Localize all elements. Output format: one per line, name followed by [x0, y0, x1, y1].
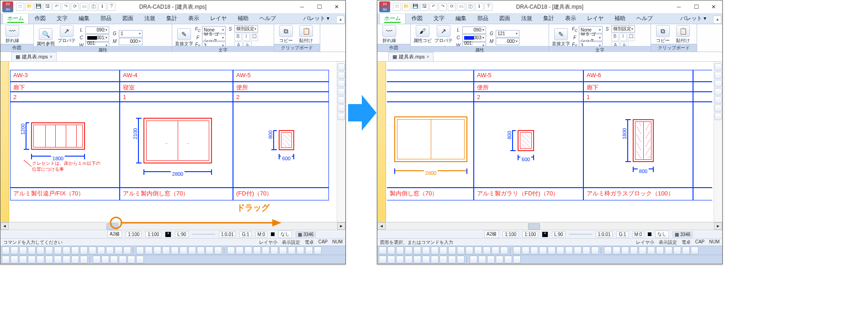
btool[interactable] — [153, 247, 161, 254]
status-seg[interactable]: 1:0.01 — [596, 231, 613, 237]
btool[interactable] — [188, 247, 196, 254]
btool[interactable] — [71, 247, 79, 254]
direct-text-button[interactable]: ✎直接文字 — [175, 28, 193, 47]
btool[interactable] — [556, 247, 564, 254]
bold-icon[interactable]: B — [611, 33, 619, 41]
horizontal-scrollbar[interactable]: ◄ ► — [377, 222, 722, 230]
btool[interactable] — [262, 247, 270, 254]
btool[interactable] — [28, 247, 36, 254]
btool[interactable] — [37, 256, 44, 263]
status-seg[interactable]: 1:0.01 — [219, 231, 236, 237]
scroll-left-icon[interactable]: ◄ — [0, 222, 9, 230]
ribbon-tab-parts[interactable]: 部品 — [95, 13, 116, 24]
horizontal-scrollbar[interactable]: ◄ ► — [0, 222, 345, 230]
btool[interactable] — [548, 247, 556, 254]
ribbon-tab-text[interactable]: 文字 — [429, 13, 450, 24]
q-open-icon[interactable]: 📁 — [402, 3, 410, 11]
btool[interactable] — [466, 247, 473, 254]
btool[interactable] — [2, 256, 10, 263]
ribbon-tab-sum[interactable]: 集計 — [538, 13, 559, 24]
status-seg[interactable]: A2横 — [484, 231, 499, 238]
btool[interactable] — [145, 247, 153, 254]
paste-button[interactable]: 📋貼付け — [297, 25, 315, 44]
doc-close-icon[interactable]: × — [50, 54, 53, 59]
btool[interactable] — [574, 247, 582, 254]
font-family-dropdown[interactable]: ＭＳ ゴシック▾ — [579, 34, 603, 41]
btool[interactable] — [413, 256, 421, 263]
btool[interactable] — [431, 247, 439, 254]
ribbon-collapse-icon[interactable]: ▴ — [336, 16, 344, 24]
polyline-button[interactable]: 〰折れ線 — [380, 25, 398, 44]
btool[interactable] — [45, 247, 53, 254]
command-prompt[interactable]: コマンドを入力してください — [3, 239, 63, 246]
status-count[interactable]: ▦ 3346 — [672, 231, 693, 237]
btool[interactable] — [288, 247, 296, 254]
btool[interactable] — [387, 256, 395, 263]
material-dropdown[interactable]: 000:▾ — [496, 38, 519, 45]
btool[interactable] — [270, 247, 278, 254]
btool[interactable] — [422, 256, 430, 263]
direct-text-button[interactable]: ✎直接文字 — [552, 28, 570, 47]
btool[interactable] — [305, 247, 313, 254]
side-tool[interactable] — [715, 88, 722, 95]
maximize-button[interactable]: ☐ — [311, 0, 328, 13]
material-dropdown[interactable]: 000:▾ — [119, 38, 143, 45]
btool[interactable] — [405, 256, 413, 263]
canvas[interactable]: AW-3 AW-4 AW-5 廊下 寝室 便所 2 1 2 — [9, 62, 345, 222]
ribbon-tab-view[interactable]: 表示 — [183, 13, 204, 24]
btool[interactable] — [45, 256, 53, 263]
q-undo-icon[interactable]: ↶ — [53, 3, 61, 11]
side-tool[interactable] — [338, 96, 345, 104]
q-select-icon[interactable]: ◫ — [466, 3, 474, 11]
btool[interactable] — [448, 256, 456, 263]
btool[interactable] — [97, 247, 105, 254]
ribbon-tab-palette[interactable]: パレット ▾ — [675, 13, 711, 24]
btool[interactable] — [19, 247, 27, 254]
btool[interactable] — [180, 247, 187, 254]
copy-button[interactable]: ⧉コピー — [277, 25, 295, 44]
document-tab[interactable]: ▦ 建具表.mps × — [11, 52, 57, 61]
status-seg[interactable]: * — [165, 231, 171, 237]
btool[interactable] — [54, 256, 62, 263]
btool[interactable] — [296, 247, 304, 254]
status-seg[interactable]: 1:100 — [145, 231, 161, 237]
btool[interactable] — [387, 247, 395, 254]
status-seg[interactable]: A2横 — [107, 231, 122, 238]
q-rect-icon[interactable]: ▭ — [457, 3, 465, 11]
side-tool[interactable] — [338, 105, 345, 112]
btool[interactable] — [613, 247, 620, 254]
status-count[interactable]: ▦ 3346 — [296, 231, 316, 237]
btool[interactable] — [405, 247, 413, 254]
q-save-icon[interactable]: 💾 — [34, 3, 42, 11]
status-swatch[interactable] — [192, 234, 215, 235]
btool[interactable] — [448, 247, 456, 254]
btool[interactable] — [379, 256, 386, 263]
status-swatch[interactable] — [569, 234, 592, 235]
btool[interactable] — [487, 256, 495, 263]
status-seg[interactable]: 1:100 — [522, 231, 538, 237]
q-rect-icon[interactable]: ▭ — [80, 3, 88, 11]
btool[interactable] — [253, 247, 261, 254]
btool[interactable] — [682, 247, 690, 254]
outline-icon[interactable]: 囗 — [251, 33, 258, 41]
status-seg[interactable]: なし — [278, 231, 292, 238]
btool[interactable] — [413, 247, 421, 254]
ribbon-tab-sheet[interactable]: 図面 — [117, 13, 138, 24]
minimize-button[interactable]: ─ — [293, 0, 311, 13]
status-seg[interactable]: M:0 — [255, 231, 268, 237]
q-redo-icon[interactable]: ↷ — [439, 3, 447, 11]
side-tool[interactable] — [715, 96, 722, 104]
ribbon-tab-aux[interactable]: 補助 — [233, 13, 254, 24]
layer-dropdown[interactable]: 090:▾ — [462, 26, 486, 34]
btool[interactable] — [582, 247, 590, 254]
btool[interactable] — [504, 256, 512, 263]
ribbon-tab-sheet[interactable]: 図面 — [494, 13, 515, 24]
btool[interactable] — [244, 247, 252, 254]
side-tool[interactable] — [338, 63, 345, 71]
scroll-right-icon[interactable]: ► — [714, 222, 722, 230]
btool[interactable] — [28, 256, 36, 263]
ribbon-tab-layer[interactable]: レイヤ — [205, 13, 232, 24]
btool[interactable] — [379, 247, 386, 254]
btool[interactable] — [227, 247, 235, 254]
btool[interactable] — [11, 256, 18, 263]
